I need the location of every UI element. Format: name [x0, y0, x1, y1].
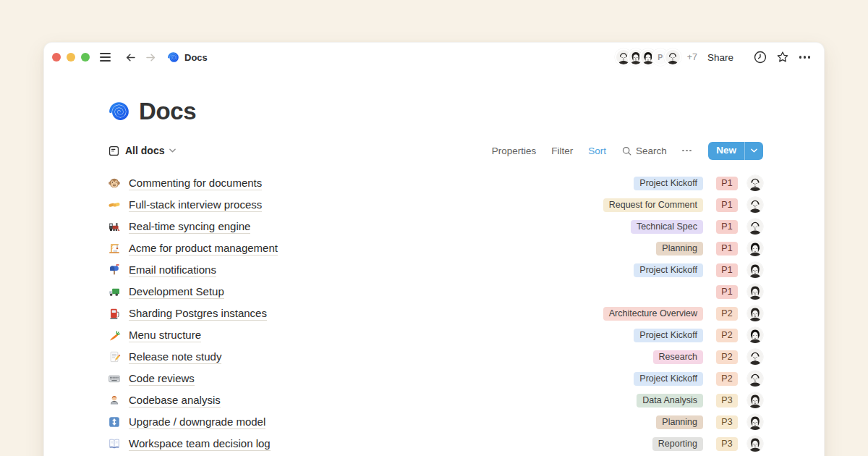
priority-badge[interactable]: P2: [716, 350, 738, 364]
up-down-button-icon: [108, 415, 121, 428]
doc-row[interactable]: Acme for product managementPlanningP1: [108, 237, 763, 259]
priority-badge[interactable]: P2: [716, 307, 738, 321]
doc-row-meta: Request for CommentP1: [603, 197, 763, 213]
priority-badge[interactable]: P1: [716, 177, 738, 190]
doc-row[interactable]: Real-time syncing engineTechnical SpecP1: [108, 216, 763, 237]
priority-badge[interactable]: P1: [716, 242, 738, 256]
tag-badge[interactable]: Project Kickoff: [634, 329, 703, 342]
doc-row[interactable]: Email notificationsProject KickoffP1: [108, 259, 763, 281]
doc-row-meta: Technical SpecP1: [631, 219, 763, 235]
carrot-icon: [108, 329, 121, 342]
tag-badge[interactable]: Project Kickoff: [634, 177, 703, 190]
assignee-avatar[interactable]: [747, 262, 763, 278]
properties-button[interactable]: Properties: [492, 145, 537, 156]
priority-badge[interactable]: P2: [716, 372, 738, 386]
doc-row-meta: ResearchP2: [653, 349, 764, 365]
minimize-window-button[interactable]: [67, 53, 75, 62]
doc-row-meta: Project KickoffP1: [634, 175, 763, 191]
assignee-avatar[interactable]: [747, 349, 763, 365]
back-arrow-icon[interactable]: [122, 49, 138, 65]
doc-row[interactable]: Commenting for documentsProject KickoffP…: [108, 172, 763, 194]
doc-title[interactable]: Sharding Postgres instances: [129, 307, 267, 321]
fuel-pump-icon: [108, 307, 121, 320]
doc-row[interactable]: Menu structureProject KickoffP2: [108, 324, 763, 346]
priority-badge[interactable]: P1: [716, 285, 738, 299]
doc-title[interactable]: Release note study: [129, 350, 221, 364]
current-doc-breadcrumb[interactable]: Docs: [167, 51, 208, 64]
titlebar-doc-title: Docs: [184, 52, 208, 63]
locomotive-icon: [108, 220, 121, 233]
priority-badge[interactable]: P1: [716, 198, 738, 212]
priority-badge[interactable]: P1: [716, 220, 738, 234]
assignee-avatar[interactable]: [747, 436, 763, 452]
assignee-avatar[interactable]: [747, 240, 763, 256]
window-titlebar: Docs P +7 Share: [44, 43, 824, 72]
avatar[interactable]: [664, 48, 681, 66]
assignee-avatar[interactable]: [747, 371, 763, 387]
doc-row[interactable]: Code reviewsProject KickoffP2: [108, 368, 763, 389]
tag-badge[interactable]: Planning: [656, 242, 703, 256]
tag-badge[interactable]: Technical Spec: [631, 220, 703, 234]
search-button[interactable]: Search: [621, 145, 667, 156]
doc-title[interactable]: Code reviews: [129, 372, 195, 386]
priority-badge[interactable]: P2: [716, 329, 738, 342]
doc-title[interactable]: Menu structure: [129, 329, 201, 342]
tag-badge[interactable]: Architecture Overview: [603, 307, 703, 321]
collaborator-overflow-count: +7: [687, 52, 697, 62]
doc-row[interactable]: Full-stack interview processRequest for …: [108, 194, 763, 216]
zoom-window-button[interactable]: [81, 53, 90, 62]
assignee-avatar[interactable]: [747, 392, 763, 408]
doc-title[interactable]: Full-stack interview process: [129, 198, 262, 212]
tag-badge[interactable]: Request for Comment: [603, 198, 703, 212]
forward-arrow-icon[interactable]: [142, 49, 158, 65]
share-button[interactable]: Share: [707, 52, 733, 63]
tag-badge[interactable]: Project Kickoff: [634, 372, 703, 386]
new-doc-dropdown[interactable]: [744, 142, 763, 160]
sidebar-toggle-icon[interactable]: [100, 53, 111, 62]
doc-row[interactable]: Development SetupP1: [108, 281, 763, 303]
favorite-star-icon[interactable]: [775, 50, 790, 65]
priority-badge[interactable]: P3: [716, 437, 738, 451]
tag-badge[interactable]: Planning: [656, 415, 703, 429]
assignee-avatar[interactable]: [747, 414, 763, 430]
filter-button[interactable]: Filter: [551, 145, 573, 156]
sort-button[interactable]: Sort: [588, 145, 606, 156]
tag-badge[interactable]: Project Kickoff: [634, 263, 703, 277]
new-doc-label: New: [708, 142, 744, 160]
window-more-options-icon[interactable]: [797, 50, 812, 65]
doc-title[interactable]: Real-time syncing engine: [129, 220, 250, 234]
toolbar-more-options-icon[interactable]: [682, 150, 692, 152]
assignee-avatar[interactable]: [747, 197, 763, 213]
close-window-button[interactable]: [52, 53, 61, 62]
doc-row[interactable]: Release note studyResearchP2: [108, 346, 763, 368]
history-clock-icon[interactable]: [752, 50, 767, 65]
doc-row[interactable]: Sharding Postgres instancesArchitecture …: [108, 303, 763, 324]
assignee-avatar[interactable]: [747, 327, 763, 343]
assignee-avatar[interactable]: [747, 305, 763, 321]
tag-badge[interactable]: Research: [653, 350, 704, 364]
doc-title[interactable]: Development Setup: [129, 285, 224, 299]
doc-title[interactable]: Email notifications: [129, 263, 216, 277]
new-doc-button[interactable]: New: [708, 142, 763, 160]
priority-badge[interactable]: P3: [716, 394, 738, 408]
doc-row[interactable]: Codebase analysisData AnalysisP3: [108, 389, 763, 411]
tag-badge[interactable]: Data Analysis: [637, 394, 703, 408]
doc-row[interactable]: Workspace team decision logReportingP3: [108, 433, 763, 455]
doc-title[interactable]: Commenting for documents: [129, 177, 262, 190]
collaborator-avatars[interactable]: P: [615, 48, 681, 66]
doc-title[interactable]: Acme for product management: [129, 242, 278, 256]
doc-row[interactable]: Upgrade / downgrade modelPlanningP3: [108, 411, 763, 433]
doc-title[interactable]: Upgrade / downgrade model: [129, 415, 265, 429]
doc-title[interactable]: Codebase analysis: [129, 394, 221, 408]
chevron-down-icon: [751, 148, 757, 153]
assignee-avatar[interactable]: [747, 175, 763, 191]
tag-badge[interactable]: Reporting: [652, 437, 703, 451]
priority-badge[interactable]: P3: [716, 415, 738, 429]
priority-badge[interactable]: P1: [716, 263, 738, 277]
traffic-lights: [52, 53, 90, 62]
doc-title[interactable]: Workspace team decision log: [129, 437, 271, 451]
assignee-avatar[interactable]: [747, 284, 763, 300]
view-switcher[interactable]: All docs: [108, 145, 176, 157]
assignee-avatar[interactable]: [747, 219, 763, 235]
page-header: Docs: [108, 98, 763, 125]
